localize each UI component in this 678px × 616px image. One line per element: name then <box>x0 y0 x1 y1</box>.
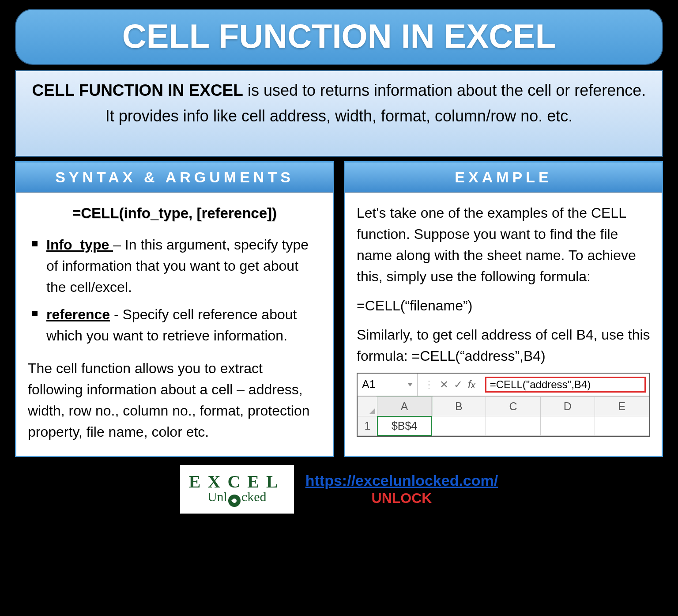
cell[interactable] <box>540 416 595 436</box>
cell-a1[interactable]: $B$4 <box>377 416 432 436</box>
column-header[interactable]: E <box>595 397 649 416</box>
description-box: CELL FUNCTION IN EXCEL is used to return… <box>15 70 663 157</box>
footer-text: https://excelunlocked.com/ UNLOCK <box>305 472 498 506</box>
select-all-corner[interactable] <box>358 397 377 416</box>
syntax-body: =CELL(info_type, [reference]) Info_type … <box>16 193 333 456</box>
example-formula-1: =CELL(“filename”) <box>357 295 650 316</box>
argument-item: reference - Specify cell reference about… <box>30 304 321 346</box>
argument-name: Info_type <box>46 237 113 253</box>
row-header[interactable]: 1 <box>358 416 377 436</box>
syntax-panel: SYNTAX & ARGUMENTS =CELL(info_type, [ref… <box>15 161 334 457</box>
column-header[interactable]: D <box>540 397 595 416</box>
column-header[interactable]: A <box>377 397 432 416</box>
logo-bot-pre: Unl <box>207 489 227 504</box>
argument-list: Info_type – In this argument, specify ty… <box>30 234 321 346</box>
footer-unlock-text: UNLOCK <box>305 490 498 506</box>
example-intro: Let's take one of the examples of the CE… <box>357 202 650 287</box>
formula-bar-row: A1 ⋮ ✕ ✓ fx =CELL("address",B4) <box>358 374 649 397</box>
columns: SYNTAX & ARGUMENTS =CELL(info_type, [ref… <box>15 161 663 457</box>
dropdown-icon[interactable] <box>407 383 413 386</box>
syntax-note: The cell function allows you to extract … <box>28 358 321 442</box>
fx-icon[interactable]: fx <box>468 377 475 393</box>
excel-grid: A B C D E 1 $B$4 <box>358 397 649 436</box>
cancel-icon[interactable]: ✕ <box>440 377 448 393</box>
footer: EXCEL Unlcked https://excelunlocked.com/… <box>9 465 669 514</box>
formula-bar-highlight: =CELL("address",B4) <box>485 377 646 393</box>
logo-bottom-text: Unlcked <box>207 489 267 507</box>
formula-bar-value: =CELL("address",B4) <box>490 377 591 393</box>
logo-top-text: EXCEL <box>189 471 285 492</box>
enter-icon[interactable]: ✓ <box>454 377 463 393</box>
cell[interactable] <box>595 416 649 436</box>
syntax-header: SYNTAX & ARGUMENTS <box>16 163 333 193</box>
example-panel: EXAMPLE Let's take one of the examples o… <box>344 161 663 457</box>
column-header[interactable]: C <box>486 397 540 416</box>
cell[interactable] <box>432 416 486 436</box>
formula-bar-tools: ⋮ ✕ ✓ fx <box>418 374 482 396</box>
example-header: EXAMPLE <box>345 163 662 193</box>
argument-item: Info_type – In this argument, specify ty… <box>30 234 321 298</box>
formula-bar[interactable]: =CELL("address",B4) <box>482 375 649 394</box>
example-intro-2: Similarly, to get cell address of cell B… <box>357 324 650 367</box>
separator-icon: ⋮ <box>424 377 434 393</box>
argument-name: reference <box>46 306 110 322</box>
page-title: CELL FUNCTION IN EXCEL <box>15 9 663 65</box>
footer-link[interactable]: https://excelunlocked.com/ <box>305 472 498 489</box>
syntax-formula: =CELL(info_type, [reference]) <box>28 202 321 224</box>
keyhole-icon <box>228 495 241 507</box>
excel-unlocked-logo: EXCEL Unlcked <box>180 465 294 514</box>
column-header[interactable]: B <box>432 397 486 416</box>
logo-bot-post: cked <box>241 489 267 504</box>
excel-screenshot: A1 ⋮ ✕ ✓ fx =CELL("address",B4) <box>357 373 650 437</box>
description-lead: CELL FUNCTION IN EXCEL <box>32 81 243 99</box>
cell[interactable] <box>486 416 540 436</box>
example-body: Let's take one of the examples of the CE… <box>345 193 662 450</box>
name-box[interactable]: A1 <box>358 374 418 396</box>
name-box-value: A1 <box>362 376 376 393</box>
